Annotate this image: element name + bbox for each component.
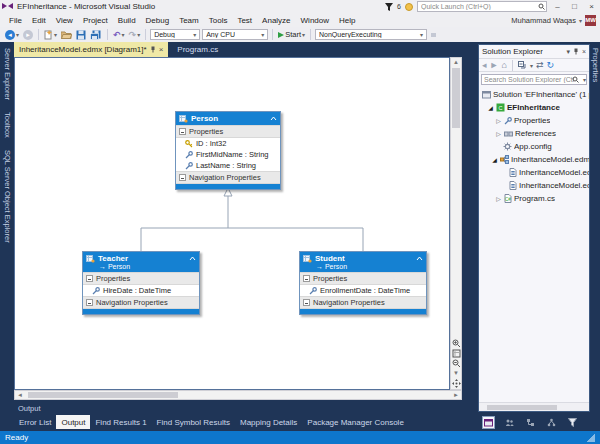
maximize-button[interactable]: □ xyxy=(568,1,581,12)
object-browser-tab-icon[interactable] xyxy=(545,416,558,429)
solution-platform-dropdown[interactable]: Any CPU▾ xyxy=(202,29,268,40)
collapse-section-icon[interactable] xyxy=(303,299,310,306)
tab-output[interactable]: Output xyxy=(56,415,90,429)
menu-edit[interactable]: Edit xyxy=(27,16,51,25)
tree-item-inheritancemodel-edmx[interactable]: ◢ InheritanceModel.edmx xyxy=(479,153,589,166)
menu-team[interactable]: Team xyxy=(174,16,204,25)
solution-explorer-tab-icon[interactable] xyxy=(482,416,495,429)
zoom-out-icon[interactable] xyxy=(452,359,461,368)
menu-debug[interactable]: Debug xyxy=(141,16,175,25)
collapse-section-icon[interactable] xyxy=(86,299,93,306)
refresh-icon[interactable]: ↻ xyxy=(546,60,554,70)
tab-find-symbol-results[interactable]: Find Symbol Results xyxy=(152,415,235,429)
tree-item-app-config[interactable]: App.config xyxy=(479,140,589,153)
search-options-icon[interactable]: ▾ xyxy=(583,76,586,83)
menu-project[interactable]: Project xyxy=(78,16,113,25)
menu-view[interactable]: View xyxy=(51,16,78,25)
pin-icon[interactable] xyxy=(573,48,579,55)
tab-package-manager-console[interactable]: Package Manager Console xyxy=(302,415,409,429)
collapse-section-icon[interactable] xyxy=(179,128,186,135)
panel-menu-icon[interactable]: ▾ xyxy=(566,48,570,56)
toolbar-options-icon[interactable] xyxy=(429,31,438,39)
menu-help[interactable]: Help xyxy=(334,16,360,25)
scroll-left-icon[interactable]: ◄ xyxy=(15,392,25,398)
save-all-button[interactable] xyxy=(89,30,103,40)
tab-mapping-details[interactable]: Mapping Details xyxy=(235,415,302,429)
entity-person[interactable]: Person Properties xyxy=(175,111,281,190)
pan-icon[interactable] xyxy=(452,379,461,388)
output-panel-title[interactable]: Output xyxy=(14,404,462,415)
tree-item-program-cs[interactable]: ▷ C# Program.cs xyxy=(479,192,589,205)
collapsed-arrow-icon[interactable]: ▷ xyxy=(495,117,502,124)
collapse-entity-icon[interactable] xyxy=(416,256,423,261)
property-row[interactable]: HireDate : DateTime xyxy=(83,285,199,296)
team-explorer-tab-icon[interactable] xyxy=(503,416,516,429)
tree-item-project-efinheritance[interactable]: ◢ C EFInheritance xyxy=(479,101,589,114)
notifications-flag-icon[interactable] xyxy=(385,3,393,11)
tab-error-list[interactable]: Error List xyxy=(14,415,56,429)
new-item-button[interactable]: ▾ xyxy=(43,30,58,40)
collapse-entity-icon[interactable] xyxy=(189,256,196,261)
edmx-designer-canvas[interactable]: Person Properties xyxy=(14,57,450,390)
scroll-down-icon[interactable]: ▼ xyxy=(453,369,459,378)
scope-dropdown-icon[interactable]: ▾ xyxy=(530,62,533,69)
scroll-right-icon[interactable]: ► xyxy=(451,392,461,398)
solution-explorer-scrollbar[interactable] xyxy=(479,402,589,411)
intellitrace-event-dropdown[interactable]: NonQueryExecuting▾ xyxy=(315,29,427,40)
start-debug-button[interactable]: Start ▾ xyxy=(277,30,306,39)
redo-button[interactable]: ↷▾ xyxy=(128,30,142,40)
forward-icon[interactable]: ► xyxy=(490,60,499,70)
property-row[interactable]: LastName : String xyxy=(176,160,280,171)
user-name[interactable]: Muhammad Waqas xyxy=(511,16,576,25)
collapse-entity-icon[interactable] xyxy=(270,116,277,121)
scrollbar-thumb[interactable] xyxy=(28,392,178,398)
tree-item-inheritancemodel-child[interactable]: InheritanceModel.edmx xyxy=(479,166,589,179)
menu-window[interactable]: Window xyxy=(296,16,334,25)
expanded-arrow-icon[interactable]: ◢ xyxy=(491,156,498,163)
back-icon[interactable]: ◂ xyxy=(482,60,487,70)
scroll-up-icon[interactable]: ▲ xyxy=(453,58,459,67)
pin-icon[interactable] xyxy=(150,46,156,53)
class-view-tab-icon[interactable] xyxy=(524,416,537,429)
menu-analyze[interactable]: Analyze xyxy=(257,16,295,25)
entity-student[interactable]: Student → Person Properties xyxy=(299,251,427,315)
scrollbar-thumb[interactable] xyxy=(487,405,557,410)
tree-item-references[interactable]: ▷ References xyxy=(479,127,589,140)
close-button[interactable]: × xyxy=(585,1,598,12)
editor-vertical-scrollbar[interactable]: ▲ ▼ xyxy=(450,57,462,390)
minimize-button[interactable]: – xyxy=(551,1,564,12)
collapse-section-icon[interactable] xyxy=(86,275,93,282)
scrollbar-thumb[interactable] xyxy=(452,68,460,128)
properties-tab[interactable]: Properties xyxy=(590,42,600,88)
home-icon[interactable]: ⌂ xyxy=(501,60,506,70)
collapse-section-icon[interactable] xyxy=(303,275,310,282)
zoom-in-icon[interactable] xyxy=(452,339,461,348)
collapsed-arrow-icon[interactable]: ▷ xyxy=(495,130,502,137)
server-explorer-tab[interactable]: Server Explorer xyxy=(2,42,13,106)
solution-explorer-title-bar[interactable]: Solution Explorer ▾ × xyxy=(479,45,589,58)
tree-item-solution[interactable]: Solution 'EFInheritance' (1 project) xyxy=(479,88,589,101)
menu-tools[interactable]: Tools xyxy=(204,16,233,25)
tab-find-results-1[interactable]: Find Results 1 xyxy=(90,415,151,429)
feedback-icon[interactable] xyxy=(405,3,413,11)
close-tab-icon[interactable]: × xyxy=(159,45,164,54)
editor-horizontal-scrollbar[interactable]: ◄ ► xyxy=(14,390,462,400)
collapse-all-icon[interactable] xyxy=(518,61,527,70)
menu-test[interactable]: Test xyxy=(232,16,257,25)
menu-build[interactable]: Build xyxy=(113,16,141,25)
tree-item-properties[interactable]: ▷ Properties xyxy=(479,114,589,127)
sql-server-object-explorer-tab[interactable]: SQL Server Object Explorer xyxy=(2,144,13,249)
undo-button[interactable]: ↶▾ xyxy=(112,30,126,40)
save-button[interactable] xyxy=(75,30,87,40)
avatar[interactable]: MW xyxy=(585,15,596,26)
tree-item-inheritancemodel-child[interactable]: InheritanceModel.edmx xyxy=(479,179,589,192)
tab-program-cs[interactable]: Program.cs xyxy=(168,42,227,57)
menu-file[interactable]: File xyxy=(4,16,27,25)
solution-configuration-dropdown[interactable]: Debug▾ xyxy=(150,29,200,40)
entity-teacher[interactable]: Teacher → Person Properties xyxy=(82,251,200,315)
tab-inheritancemodel-edmx[interactable]: InheritanceModel.edmx [Diagram1]* × xyxy=(14,42,168,57)
filter-tab-icon[interactable] xyxy=(566,416,579,429)
collapse-section-icon[interactable] xyxy=(179,174,186,181)
quick-launch-input[interactable] xyxy=(417,1,547,12)
user-dropdown-icon[interactable]: ▾ xyxy=(579,17,582,24)
